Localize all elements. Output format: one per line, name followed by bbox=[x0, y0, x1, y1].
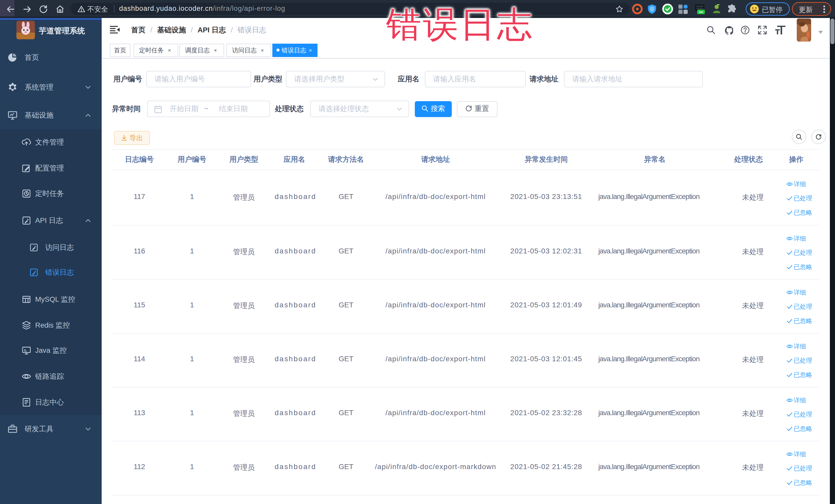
svg-text:on: on bbox=[699, 10, 703, 14]
